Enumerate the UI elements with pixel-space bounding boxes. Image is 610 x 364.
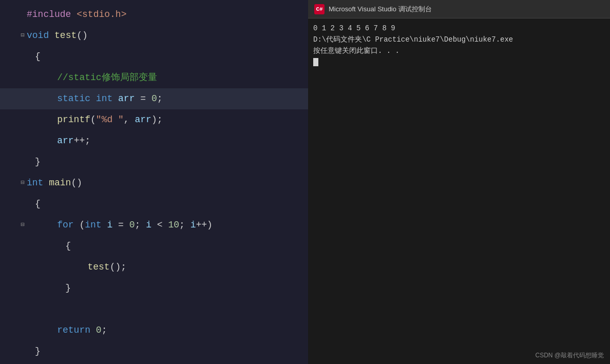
line-content: } [35, 151, 308, 173]
code-line-17: } [0, 341, 308, 362]
code-lines: #include <stdio.h> ⊟ void test() { //sta… [0, 0, 308, 364]
line-content: arr++; [35, 130, 308, 151]
collapse-btn[interactable]: ⊟ [18, 215, 27, 236]
console-line-1: 0 1 2 3 4 5 6 7 8 9 [313, 23, 605, 34]
vs-icon-text: C# [316, 6, 322, 12]
line-content: //static修饰局部变量 [35, 67, 308, 88]
code-line-14: } [0, 278, 308, 299]
console-title: Microsoft Visual Studio 调试控制台 [329, 5, 432, 14]
line-content: printf("%d ", arr); [35, 109, 308, 130]
line-content [35, 299, 308, 320]
code-line-1: #include <stdio.h> [0, 4, 308, 25]
code-line-12: { [0, 236, 308, 257]
code-line-6: printf("%d ", arr); [0, 109, 308, 130]
console-cursor [313, 58, 318, 66]
line-content: static int arr = 0; [35, 88, 308, 109]
line-content: { [43, 236, 308, 257]
line-content: { [35, 194, 308, 215]
console-titlebar: C# Microsoft Visual Studio 调试控制台 [308, 0, 610, 18]
code-line-5: static int arr = 0; [0, 88, 308, 109]
code-editor: #include <stdio.h> ⊟ void test() { //sta… [0, 0, 308, 364]
code-line-8: } [0, 151, 308, 173]
code-line-11: ⊟ for (int i = 0; i < 10; i++) [0, 215, 308, 236]
line-content: for (int i = 0; i < 10; i++) [35, 215, 308, 236]
code-line-10: { [0, 194, 308, 215]
code-line-4: //static修饰局部变量 [0, 67, 308, 88]
code-line-7: arr++; [0, 130, 308, 151]
line-content: { [35, 46, 308, 67]
console-panel: C# Microsoft Visual Studio 调试控制台 0 1 2 3… [308, 0, 610, 364]
line-content: void test() [27, 25, 308, 46]
console-line-3: 按任意键关闭此窗口. . . [313, 45, 605, 56]
collapse-btn[interactable]: ⊟ [18, 25, 27, 46]
line-content: } [35, 341, 308, 362]
watermark-text: CSDN @敲着代码想睡觉 [535, 351, 604, 360]
console-line-4 [313, 56, 605, 68]
code-line-13: test(); [0, 257, 308, 278]
code-line-15 [0, 299, 308, 320]
vs-icon: C# [314, 4, 325, 14]
console-output: 0 1 2 3 4 5 6 7 8 9 D:\代码文件夹\C Practice\… [308, 18, 610, 364]
line-content: } [43, 278, 308, 299]
line-content: int main() [27, 173, 308, 194]
code-line-16: return 0; [0, 320, 308, 341]
code-line-9: ⊟ int main() [0, 173, 308, 194]
collapse-btn[interactable]: ⊟ [18, 173, 27, 194]
code-line-2: ⊟ void test() [0, 25, 308, 46]
console-line-2: D:\代码文件夹\C Practice\niuke7\Debug\niuke7.… [313, 34, 605, 45]
code-line-3: { [0, 46, 308, 67]
line-content: #include <stdio.h> [27, 4, 308, 25]
line-content: test(); [43, 257, 308, 278]
line-content: return 0; [35, 320, 308, 341]
